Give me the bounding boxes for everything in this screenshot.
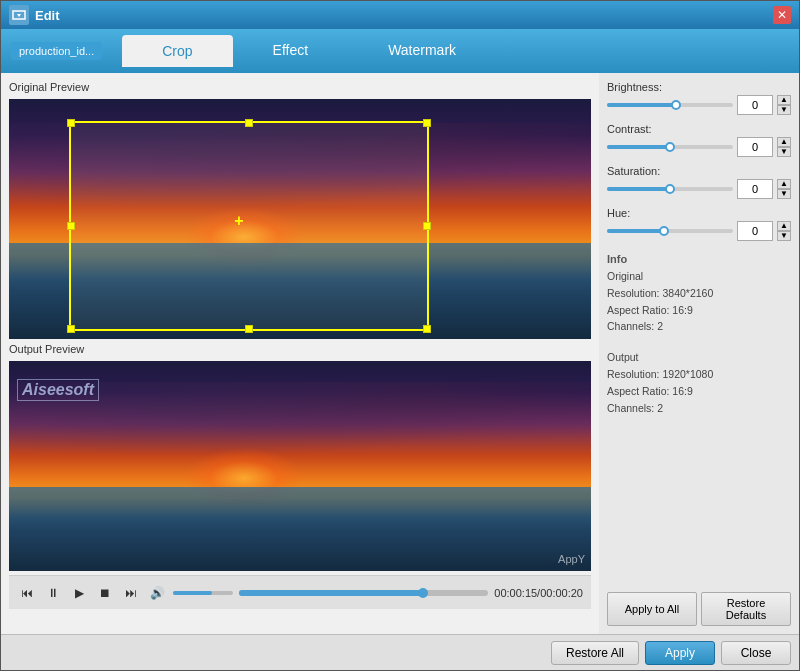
brightness-up[interactable]: ▲ xyxy=(777,95,791,105)
playback-bar: ⏮ ⏸ ▶ ⏹ ⏭ 🔊 00:00:15/00:00:20 xyxy=(9,575,591,609)
contrast-spinner: ▲ ▼ xyxy=(777,137,791,157)
play-button[interactable]: ▶ xyxy=(69,583,89,603)
tab-crop[interactable]: Crop xyxy=(122,35,232,67)
close-window-button[interactable]: ✕ xyxy=(773,6,791,24)
restore-defaults-button[interactable]: Restore Defaults xyxy=(701,592,791,626)
main-content: Original Preview xyxy=(1,73,799,634)
progress-fill xyxy=(239,590,426,596)
contrast-thumb xyxy=(665,142,675,152)
original-preview-label: Original Preview xyxy=(9,81,591,93)
hue-control: Hue: ▲ ▼ xyxy=(607,207,791,241)
hue-up[interactable]: ▲ xyxy=(777,221,791,231)
contrast-value[interactable] xyxy=(737,137,773,157)
hue-value[interactable] xyxy=(737,221,773,241)
hue-slider[interactable] xyxy=(607,229,733,233)
volume-fill xyxy=(173,591,212,595)
contrast-down[interactable]: ▼ xyxy=(777,147,791,157)
original-resolution: Resolution: 3840*2160 xyxy=(607,285,791,302)
crop-crosshair: + xyxy=(234,212,243,230)
output-aspect: Aspect Ratio: 16:9 xyxy=(607,383,791,400)
info-section: Info Original Resolution: 3840*2160 Aspe… xyxy=(607,253,791,416)
output-resolution: Resolution: 1920*1080 xyxy=(607,366,791,383)
output-preview-container: Aiseesoft AppY xyxy=(9,361,591,571)
original-video-frame: + xyxy=(9,99,591,339)
brightness-thumb xyxy=(671,100,681,110)
brightness-label: Brightness: xyxy=(607,81,791,93)
time-display: 00:00:15/00:00:20 xyxy=(494,587,583,599)
bottom-bar: Restore All Apply Close xyxy=(1,634,799,670)
tab-watermark[interactable]: Watermark xyxy=(348,34,496,69)
branding-text: AppY xyxy=(558,553,585,565)
skip-forward-button[interactable]: ⏭ xyxy=(121,583,141,603)
file-chip: production_id... xyxy=(11,42,102,60)
ocean-reflection xyxy=(9,243,591,339)
brightness-spinner: ▲ ▼ xyxy=(777,95,791,115)
saturation-fill xyxy=(607,187,670,191)
tab-bar: production_id... Crop Effect Watermark xyxy=(1,29,799,73)
original-aspect: Aspect Ratio: 16:9 xyxy=(607,302,791,319)
saturation-slider-row: ▲ ▼ xyxy=(607,179,791,199)
title-bar-left: Edit xyxy=(9,5,60,25)
saturation-thumb xyxy=(665,184,675,194)
sunset-background xyxy=(9,99,591,339)
saturation-spinner: ▲ ▼ xyxy=(777,179,791,199)
stop-button[interactable]: ⏹ xyxy=(95,583,115,603)
saturation-control: Saturation: ▲ ▼ xyxy=(607,165,791,199)
saturation-up[interactable]: ▲ xyxy=(777,179,791,189)
output-preview-label: Output Preview xyxy=(9,343,591,355)
contrast-slider-row: ▲ ▼ xyxy=(607,137,791,157)
apply-to-all-button[interactable]: Apply to All xyxy=(607,592,697,626)
progress-bar[interactable] xyxy=(239,590,488,596)
brightness-down[interactable]: ▼ xyxy=(777,105,791,115)
contrast-label: Contrast: xyxy=(607,123,791,135)
hue-thumb xyxy=(659,226,669,236)
brightness-control: Brightness: ▲ ▼ xyxy=(607,81,791,115)
brightness-slider[interactable] xyxy=(607,103,733,107)
brightness-value[interactable] xyxy=(737,95,773,115)
close-button[interactable]: Close xyxy=(721,641,791,665)
output-channels: Channels: 2 xyxy=(607,400,791,417)
apply-button[interactable]: Apply xyxy=(645,641,715,665)
preview-area: Original Preview xyxy=(1,73,599,634)
saturation-label: Saturation: xyxy=(607,165,791,177)
contrast-control: Contrast: ▲ ▼ xyxy=(607,123,791,157)
pause-button[interactable]: ⏸ xyxy=(43,583,63,603)
edit-window: Edit ✕ production_id... Crop Effect Wate… xyxy=(0,0,800,671)
output-video-frame: Aiseesoft xyxy=(9,361,591,571)
saturation-slider[interactable] xyxy=(607,187,733,191)
hue-label: Hue: xyxy=(607,207,791,219)
saturation-down[interactable]: ▼ xyxy=(777,189,791,199)
hue-fill xyxy=(607,229,664,233)
svg-marker-1 xyxy=(17,14,21,17)
brightness-fill xyxy=(607,103,676,107)
original-info-label: Original xyxy=(607,268,791,285)
side-panel: Brightness: ▲ ▼ Contrast: xyxy=(599,73,799,634)
watermark-overlay: Aiseesoft xyxy=(17,379,99,401)
title-bar: Edit ✕ xyxy=(1,1,799,29)
restore-all-button[interactable]: Restore All xyxy=(551,641,639,665)
output-info-label: Output xyxy=(607,349,791,366)
sky-clouds xyxy=(9,123,591,219)
volume-icon[interactable]: 🔊 xyxy=(147,583,167,603)
side-actions: Apply to All Restore Defaults xyxy=(607,592,791,626)
volume-bar[interactable] xyxy=(173,591,233,595)
hue-slider-row: ▲ ▼ xyxy=(607,221,791,241)
contrast-fill xyxy=(607,145,670,149)
tab-effect[interactable]: Effect xyxy=(233,34,349,69)
skip-back-button[interactable]: ⏮ xyxy=(17,583,37,603)
output-ocean-reflection xyxy=(9,487,591,571)
info-header: Info xyxy=(607,253,791,265)
brightness-slider-row: ▲ ▼ xyxy=(607,95,791,115)
contrast-slider[interactable] xyxy=(607,145,733,149)
progress-thumb xyxy=(418,588,428,598)
hue-down[interactable]: ▼ xyxy=(777,231,791,241)
app-icon xyxy=(9,5,29,25)
original-preview-container: + xyxy=(9,99,591,339)
hue-spinner: ▲ ▼ xyxy=(777,221,791,241)
window-title: Edit xyxy=(35,8,60,23)
original-channels: Channels: 2 xyxy=(607,318,791,335)
saturation-value[interactable] xyxy=(737,179,773,199)
contrast-up[interactable]: ▲ xyxy=(777,137,791,147)
